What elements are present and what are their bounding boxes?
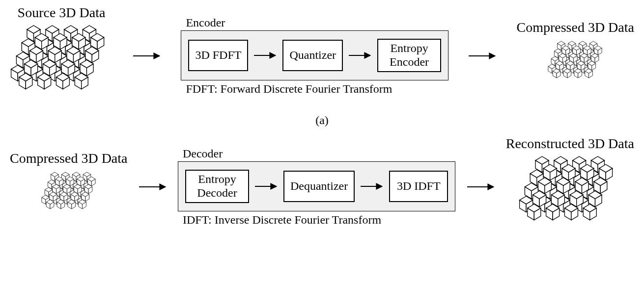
decoder-pipeline-wrap: Decoder EntropyDecoder Dequantizer 3D ID… <box>178 147 455 226</box>
reconstructed-cube-icon <box>518 154 621 238</box>
arrow-icon <box>253 51 278 60</box>
arrow-icon <box>132 51 162 61</box>
arrow-icon <box>466 182 496 192</box>
reconstructed-data-col: Reconstructed 3D Data <box>506 136 634 238</box>
dequantizer-block: Dequantizer <box>283 171 355 202</box>
compressed-data-col: Compressed 3D Data <box>516 20 634 92</box>
decoder-box: EntropyDecoder Dequantizer 3D IDFT <box>178 161 455 211</box>
idft-caption: IDFT: Inverse Discrete Fourier Transform <box>183 213 381 227</box>
reconstructed-title: Reconstructed 3D Data <box>506 136 634 152</box>
arrow-icon <box>468 51 497 61</box>
arrow-icon <box>360 181 384 191</box>
encoder-box: 3D FDFT Quantizer EntropyEncoder <box>181 30 448 80</box>
idft-block: 3D IDFT <box>389 171 448 202</box>
arrow-icon <box>138 182 168 192</box>
sublabel-a: (a) <box>10 114 634 127</box>
decoder-label: Decoder <box>183 147 223 160</box>
entropy-encoder-block: EntropyEncoder <box>377 39 441 72</box>
fdft-caption: FDFT: Forward Discrete Fourier Transform <box>186 82 392 96</box>
entropy-decoder-block: EntropyDecoder <box>185 170 249 203</box>
source-data-col: Source 3D Data <box>10 5 113 107</box>
compressed-title-b: Compressed 3D Data <box>10 151 128 166</box>
encoder-row: Source 3D Data Encoder 3D FDFT <box>10 5 634 107</box>
arrow-icon <box>254 181 279 191</box>
compressed-cube-icon <box>34 169 103 223</box>
quantizer-block: Quantizer <box>282 40 343 71</box>
source-cube-icon <box>10 24 113 107</box>
fdft-block: 3D FDFT <box>188 40 248 71</box>
arrow-icon <box>348 51 372 60</box>
encoder-label: Encoder <box>186 16 225 29</box>
compressed-title-a: Compressed 3D Data <box>516 20 634 35</box>
encoder-pipeline-wrap: Encoder 3D FDFT Quantizer EntropyEncoder… <box>181 16 448 95</box>
decoder-row: Compressed 3D Data Decoder EntropyDecode… <box>10 136 634 238</box>
source-title: Source 3D Data <box>18 5 106 21</box>
compressed-data-col-b: Compressed 3D Data <box>10 151 128 223</box>
compressed-cube-icon <box>541 38 610 92</box>
